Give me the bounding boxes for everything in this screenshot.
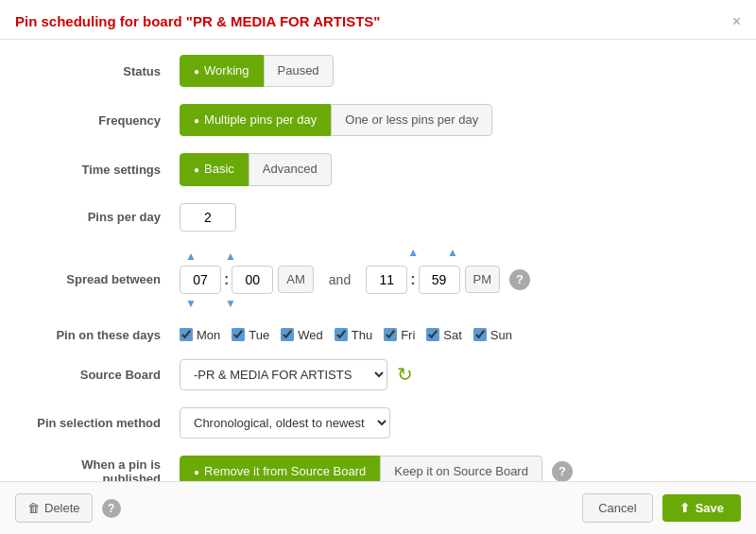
start-colon: : [224, 271, 229, 288]
end-colon: : [410, 271, 415, 288]
frequency-one-button[interactable]: One or less pins per day [331, 104, 492, 136]
start-time-group: : AM [180, 266, 314, 294]
source-board-label: Source Board [28, 368, 180, 382]
cancel-button[interactable]: Cancel [582, 493, 652, 523]
spread-row: Spread between : AM [28, 249, 728, 311]
day-thu[interactable]: Thu [335, 328, 372, 342]
start-time-up-arrows [180, 249, 242, 264]
published-help-icon[interactable]: ? [552, 461, 573, 481]
footer-help-icon[interactable]: ? [102, 499, 121, 518]
published-toggle-group: Remove it from Source Board Keep it on S… [180, 456, 542, 481]
spread-content: : AM and [180, 266, 530, 294]
time-basic-button[interactable]: Basic [180, 153, 249, 185]
day-sun-label: Sun [490, 328, 512, 342]
time-settings-toggle-group: Basic Advanced [180, 153, 332, 185]
checkbox-tue[interactable] [232, 328, 245, 341]
checkbox-sat[interactable] [426, 328, 439, 341]
spread-help-icon[interactable]: ? [509, 269, 530, 290]
spread-label: Spread between [28, 272, 180, 286]
start-hour-up-button[interactable] [180, 249, 202, 264]
footer-right: Cancel ⬆ Save [582, 493, 741, 523]
day-fri-label: Fri [401, 328, 415, 342]
status-working-button[interactable]: Working [180, 55, 264, 87]
save-button[interactable]: ⬆ Save [662, 494, 741, 522]
trash-icon: 🗑 [27, 501, 40, 515]
day-mon-label: Mon [197, 328, 220, 342]
pins-per-day-input[interactable] [180, 203, 236, 232]
frequency-multiple-button[interactable]: Multiple pins per day [180, 104, 331, 136]
time-settings-label: Time settings [28, 163, 180, 177]
day-tue-label: Tue [249, 328, 269, 342]
end-min-up-button[interactable] [441, 245, 464, 260]
start-hour-down-button[interactable] [180, 296, 202, 311]
status-toggle-group: Working Paused [180, 55, 334, 87]
pin-selection-select[interactable]: Chronological, oldest to newest [180, 407, 390, 439]
when-published-row: When a pin is published Remove it from S… [28, 456, 728, 481]
day-tue[interactable]: Tue [232, 328, 269, 342]
start-time-down-arrows [180, 296, 242, 311]
keep-on-source-button[interactable]: Keep it on Source Board [380, 456, 542, 481]
frequency-row: Frequency Multiple pins per day One or l… [28, 104, 728, 136]
start-min-down-button[interactable] [219, 296, 242, 311]
dialog-footer: 🗑 Delete ? Cancel ⬆ Save [0, 481, 756, 534]
checkbox-thu[interactable] [335, 328, 348, 341]
delete-button[interactable]: 🗑 Delete [15, 493, 93, 523]
day-fri[interactable]: Fri [384, 328, 415, 342]
source-board-select[interactable]: -PR & MEDIA FOR ARTISTS [180, 359, 387, 390]
end-min-input[interactable] [419, 266, 460, 294]
time-advanced-button[interactable]: Advanced [249, 153, 332, 185]
day-sun[interactable]: Sun [473, 328, 512, 342]
end-hour-input[interactable] [366, 266, 407, 294]
pin-selection-row: Pin selection method Chronological, olde… [28, 407, 728, 439]
day-thu-label: Thu [352, 328, 372, 342]
remove-from-source-button[interactable]: Remove it from Source Board [180, 456, 380, 481]
when-published-label: When a pin is published [28, 457, 180, 481]
end-time-group: : PM [366, 266, 500, 294]
start-ampm: AM [278, 266, 314, 293]
refresh-icon[interactable]: ↻ [397, 363, 413, 386]
checkbox-mon[interactable] [180, 328, 193, 341]
status-label: Status [28, 64, 180, 78]
end-time-inputs: : PM [366, 266, 500, 294]
pin-days-row: Pin on these days Mon Tue Wed Thu [28, 328, 728, 342]
dialog-body: Status Working Paused Frequency Multiple… [0, 40, 756, 481]
dialog-title: Pin scheduling for board "PR & MEDIA FOR… [15, 13, 380, 29]
close-button[interactable]: × [732, 14, 741, 29]
title-prefix: Pin scheduling for board [15, 13, 186, 29]
time-circle-icon [194, 162, 204, 176]
end-ampm: PM [465, 266, 501, 293]
checkbox-wed[interactable] [281, 328, 294, 341]
source-board-row: Source Board -PR & MEDIA FOR ARTISTS ↻ [28, 359, 728, 390]
status-paused-button[interactable]: Paused [264, 55, 334, 87]
frequency-toggle-group: Multiple pins per day One or less pins p… [180, 104, 492, 136]
day-sat-label: Sat [443, 328, 462, 342]
source-board-controls: -PR & MEDIA FOR ARTISTS ↻ [180, 359, 413, 390]
start-min-input[interactable] [232, 266, 273, 294]
end-time-up-arrows [402, 245, 464, 260]
day-wed-label: Wed [298, 328, 323, 342]
dialog-header: Pin scheduling for board "PR & MEDIA FOR… [0, 0, 756, 40]
day-wed[interactable]: Wed [281, 328, 323, 342]
start-hour-input[interactable] [180, 266, 221, 294]
day-mon[interactable]: Mon [180, 328, 220, 342]
pin-scheduling-dialog: Pin scheduling for board "PR & MEDIA FOR… [0, 0, 756, 534]
save-icon: ⬆ [679, 501, 690, 515]
pin-selection-label: Pin selection method [28, 416, 180, 430]
status-row: Status Working Paused [28, 55, 728, 87]
checkbox-sun[interactable] [473, 328, 487, 341]
start-time-inputs: : AM [180, 266, 314, 294]
spread-wrapper: : AM and [180, 249, 530, 311]
footer-left: 🗑 Delete ? [15, 493, 121, 523]
remove-circle-icon [194, 464, 204, 478]
time-settings-row: Time settings Basic Advanced [28, 153, 728, 185]
and-label: and [329, 272, 351, 287]
days-row: Mon Tue Wed Thu Fri [180, 328, 512, 342]
pins-per-day-row: Pins per day [28, 203, 728, 232]
frequency-label: Frequency [28, 113, 180, 128]
end-hour-up-button[interactable] [402, 245, 424, 260]
working-circle-icon [194, 63, 204, 78]
checkbox-fri[interactable] [384, 328, 397, 341]
pin-days-label: Pin on these days [28, 328, 180, 342]
start-min-up-button[interactable] [219, 249, 242, 264]
day-sat[interactable]: Sat [426, 328, 462, 342]
